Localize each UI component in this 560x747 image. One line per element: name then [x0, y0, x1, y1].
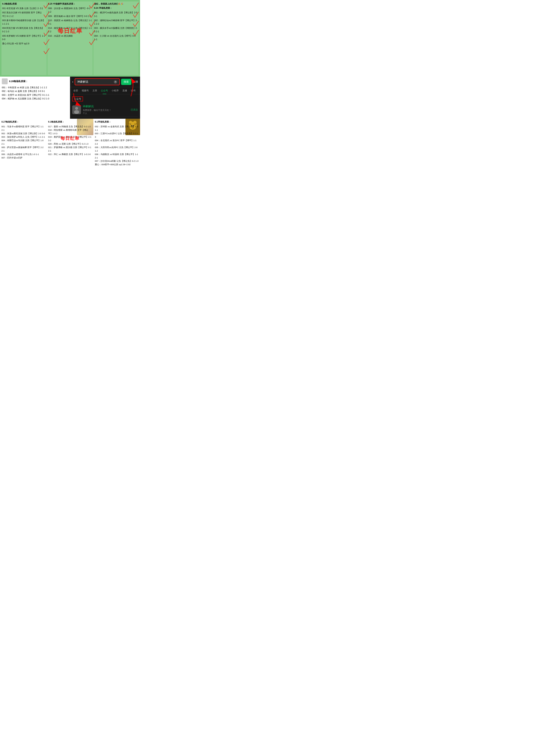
bottom-col1-item7: 007：巴列卡诺vs巴萨	[1, 156, 45, 160]
follow-button[interactable]: 已关注	[131, 108, 138, 111]
top-col2: 每日红单 8.25 中场德甲/英超私房菜： 008：沙尔堡 vs 斯图加特 主负…	[47, 1, 93, 75]
result-info: 神豪解说 免费推荐，输出干货天天红！ 个人	[83, 105, 129, 115]
bottom-col3-item3: 004：全北现代 vs 首尔FC 双平【博平】1-1 2-2	[95, 139, 138, 146]
search-back-button[interactable]: ‹	[72, 80, 73, 84]
bottom-col3-item1: 002：济州联 vs 金泉尚武 主胜【博让平】1-0 1-1	[95, 125, 138, 132]
tab-read[interactable]: 读书	[129, 87, 137, 94]
result-desc: 免费推荐，输出干货天天红！	[83, 109, 129, 112]
middle-left-title: 8.26晚场私房菜：	[9, 79, 28, 83]
result-name: 神豪解说	[83, 105, 129, 108]
wechat-search-overlay: ‹ 神豪解说 ✕ 搜索 取消 全部 视频号 文章 公众号 小程序 直播 读书	[70, 77, 140, 119]
bottom-col1-item2: 002：米堡vs斯托克城 主胜【博让胜】2-0 3-0	[1, 132, 45, 135]
search-clear-button[interactable]: ✕	[114, 80, 117, 83]
tab-miniapp[interactable]: 小程序	[110, 87, 121, 94]
bottom-col3-item2: 003：江原FCvs水原FC 让负【博主负】2-2 2-3	[95, 132, 138, 139]
middle-left-item4: 004：维罗纳 vs 尤文图斯 主负【博让负】0-2 1-3	[2, 97, 68, 101]
bottom-col3: LV LV LV LV LV LV LV LV 9.1早场私房菜： 002：济州…	[93, 119, 140, 168]
search-bar: ‹ 神豪解说 ✕ 搜索 取消	[70, 77, 140, 87]
top-col3-item2: 002：浦和红钻vs川崎前锋 双平【博让平】2-1 2-2	[94, 19, 138, 26]
svg-text:RAMOS: RAMOS	[75, 112, 79, 113]
results-section-wrapper: 公众号	[72, 97, 83, 101]
middle-left: 8.26晚场私房菜： 001：卡利亚里 vs 科莫 让负【博主负】1-1 1 2…	[0, 77, 70, 119]
results-section-title: 公众号	[74, 98, 81, 100]
search-button[interactable]: 搜索	[121, 79, 131, 85]
bottom-col1-item6: 006：水晶宫vs诺维奇 让平让负 1-0 1-1	[1, 153, 45, 156]
top-col2-title: 8.25 中场德甲/英超私房菜：	[48, 2, 92, 6]
search-tabs: 全部 视频号 文章 公众号 小程序 直播 读书	[70, 87, 140, 94]
top-section: 9.3晚场私/房菜 001 布茨克浦 VS 克鲁 让胜【让胜】2- 3:1 00…	[0, 0, 140, 77]
svg-point-2	[75, 107, 78, 110]
top-col1-item4: 004 阿克兰顿 VS 斯托克港 主负【博主负】0-2 1-3	[2, 26, 46, 33]
tab-article[interactable]: 文章	[91, 87, 99, 94]
bottom-col1-item3: 003：加拉塔萨vs年轻人 让负【博平】1-1 2-1	[1, 135, 45, 139]
red-stamp-top: 每日红单	[58, 26, 82, 35]
bottom-section: 8.27晚场私房菜： 001：马洛卡vs塞维利亚 双平【博让平】1-1 2-1 …	[0, 119, 140, 168]
tab-official[interactable]: 公众号	[99, 87, 110, 94]
avatar-left	[2, 78, 8, 84]
cancel-button[interactable]: 取消	[133, 80, 138, 83]
top-col1-title: 9.3晚场私/房菜	[2, 2, 46, 6]
top-col3-title: 连红，恭喜跟上的兄弟们🎉🎉	[94, 2, 138, 6]
search-input-text: 神豪解说	[77, 80, 88, 83]
middle-section: 8.26晚场私房菜： 001：卡利亚里 vs 科莫 让负【博主负】1-1 1 2…	[0, 77, 140, 119]
avatar-image: RAMOS	[72, 105, 81, 114]
bottom-col3-item5: 006：乌德勒支 vs 特温特 主胜【博让平】1-1 2-1	[95, 153, 138, 160]
tab-live[interactable]: 直播	[121, 87, 129, 94]
top-col3-item1: 001：横滨FCvs德岛漩涡 主胜【博让胜】2-0 3-1	[94, 11, 138, 18]
arrow-container: 全部 视频号 文章 公众号 小程序 直播 读书	[70, 87, 140, 94]
bottom-col2-item5: 021：罗森博格 vs 莫尔德 主胜【博让平】0 1 2-1	[48, 146, 92, 153]
bottom-col2-header: 9.1晚场私房菜：	[48, 120, 92, 124]
tab-all[interactable]: 全部	[72, 87, 80, 94]
top-col2-item3: 010：美因茨 vs 柏林联合 让负【博主负】1-1 0-1	[48, 19, 92, 26]
bottom-col1-item5: 005：萨尔茨堡vs基迪纳摩 双平【博平】2-2 2-1	[1, 146, 45, 153]
top-col1-item5: 005 布罗姆利 VS 剑桥联 双平【博让平】1-1 0-0	[2, 34, 46, 41]
tab-video[interactable]: 视频号	[80, 87, 91, 94]
top-col1-item3: 003 唐卡斯特VS哈德斯菲尔德 让胜【让胜】1-1 2-1	[2, 19, 46, 26]
result-item[interactable]: RAMOS 神豪解说 免费推荐，输出干货天天红！ 个人 已关注	[72, 103, 138, 117]
top-col3-item3: 003：横滨水手vs大阪樱花 主胜【博胜胜】2-0 2-1	[94, 26, 138, 33]
middle-left-item3: 003：北雪平 vs 米亚尔比 双平【博让平】0-1 1-1	[2, 93, 68, 97]
middle-left-item1: 001：卡利亚里 vs 科莫 让负【博主负】1-1 1 2	[2, 86, 68, 89]
results-section-highlight: 公众号	[72, 97, 83, 101]
bottom-col1-header: 8.27晚场私房菜：	[1, 120, 45, 124]
top-col3-subtitle: 8.24 早场私房菜：	[94, 6, 138, 10]
bottom-col2: 每日红单 9.1晚场私房菜： 017：曼联 vs 利物浦 主负【博主负】0-2 …	[47, 119, 93, 168]
bottom-col2-item2: 018：阿拉维斯 vs 奥维耶马斯 主平【博让平】1-0 2-	[48, 128, 92, 135]
bottom-col1-item4: 004：布斯巴达vs马尔默 主胜【博让平】1-0 2-1	[1, 139, 45, 146]
bottom-col2-item4: 020：昂热 vs 尼斯 让胜【博让平】0-2 1-3	[48, 142, 92, 146]
result-type: 个人	[83, 112, 129, 115]
bottom-col1-item1: 001：马洛卡vs塞维利亚 双平【博让平】1-1 2-1	[1, 125, 45, 132]
bottom-col2-item6: 022：拜仁 vs 弗赖堡 主胜【博让平】1-0 2-0	[48, 153, 92, 156]
top-col2-item1: 008：沙尔堡 vs 斯图加特 主负【博平】-0-1 1-2	[48, 7, 92, 14]
top-col1-item1: 001 布茨克浦 VS 克鲁 让胜【让胜】2- 3:1	[2, 7, 46, 10]
bottom-col3-item4: 005：大田市民vs光州FC 主负【博让平】2-0 1-2	[95, 146, 138, 153]
top-col3: 连红，恭喜跟上的兄弟们🎉🎉 8.24 早场私房菜： 001：横滨FCvs德岛漩涡…	[93, 1, 138, 75]
bottom-col2-item1: 017：曼联 vs 利物浦 主负【博主负】0-2 1-3	[48, 125, 92, 128]
top-col1-item6: 重心:03让胜 +02 双平 sp2.9	[2, 42, 46, 45]
bottom-col3-header: 9.1早场私房菜：	[95, 120, 138, 124]
top-col1-item2: 002 英吉尔汉姆 VS 彼得堡联 双平【博让平】0-1 1-2	[2, 11, 46, 18]
bottom-col1: 8.27晚场私房菜： 001：马洛卡vs塞维利亚 双平【博让平】1-1 2-1 …	[0, 119, 47, 168]
red-stamp-bottom: 每日红单	[60, 135, 79, 142]
top-col1: 9.3晚场私/房菜 001 布茨克浦 VS 克鲁 让胜【让胜】2- 3:1 00…	[1, 1, 47, 75]
top-col2-item2: 009：霍芬海姆 vs 基尔 双平【博平】0-0 1-1	[48, 15, 92, 18]
middle-left-item2: 002：哈马比 vs 盖斯 主胜【博让胜】2-0 3-1	[2, 89, 68, 93]
bottom-col3-item6: 007：沙尔克04vs科隆 让负【博让负】0-2 1-3	[95, 159, 138, 163]
search-results: 公众号 RAMOS 神豪解说 免费推荐，输出干货天天红！	[70, 94, 140, 119]
result-avatar: RAMOS	[72, 105, 81, 114]
bottom-col3-item7: 重心：004双平+006让胜 sp2.36~2.92	[95, 163, 138, 166]
search-input-box[interactable]: 神豪解说 ✕	[75, 78, 120, 85]
top-col3-item4: 004：仁川联 vs 全北现代 让负【博平】0-0 1-1	[94, 34, 138, 41]
